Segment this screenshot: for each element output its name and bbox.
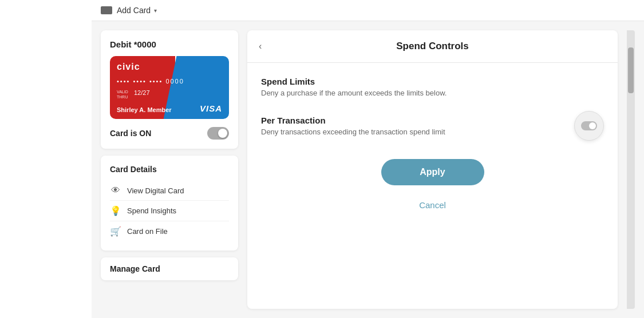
view-digital-card-label: View Digital Card: [127, 186, 184, 195]
card-logo: civic: [117, 62, 140, 72]
toggle-knob: [218, 129, 227, 138]
card-details-heading: Card Details: [110, 165, 229, 174]
scrollbar-thumb: [628, 47, 634, 93]
insights-icon: 💡: [110, 205, 121, 216]
card-expiry: 12/27: [134, 89, 150, 96]
cardholder-name: Shirley A. Member: [117, 106, 172, 113]
panel-body: Spend Limits Deny a purchase if the amou…: [247, 63, 618, 309]
per-transaction-toggle[interactable]: [574, 111, 604, 141]
chevron-down-icon: ▾: [154, 7, 157, 14]
cart-icon: 🛒: [110, 226, 121, 237]
card-icon: [101, 6, 112, 14]
back-button[interactable]: ‹: [259, 41, 262, 51]
scrollbar[interactable]: [627, 30, 635, 309]
panel-title: Spend Controls: [261, 41, 604, 52]
manage-card-section: Manage Card: [101, 257, 238, 280]
top-bar: Add Card ▾: [92, 0, 644, 21]
card-details-section: Card Details 👁 View Digital Card 💡 Spend…: [101, 156, 238, 251]
card-dots: •••• •••• •••• 0000: [117, 78, 184, 85]
per-transaction-info: Per Transaction Deny transactions exceed…: [261, 116, 445, 136]
card-on-file-label: Card on File: [127, 227, 168, 236]
card-network: VISA: [200, 104, 222, 113]
spend-controls-panel: ‹ Spend Controls Spend Limits Deny a pur…: [247, 30, 618, 309]
apply-button[interactable]: Apply: [381, 159, 484, 185]
left-spacer: [0, 0, 92, 318]
credit-card: civic •••• •••• •••• 0000 VALIDTHRU 12/2…: [110, 56, 229, 119]
cancel-button[interactable]: Cancel: [381, 194, 484, 216]
per-transaction-title: Per Transaction: [261, 116, 445, 125]
main-content: Add Card ▾ Debit *0000 civic •••• •••• •…: [92, 0, 644, 318]
per-transaction-desc: Deny transactions exceeding the transact…: [261, 128, 445, 136]
circle-toggle-knob: [589, 122, 596, 129]
card-on-file-item[interactable]: 🛒 Card on File: [110, 221, 229, 241]
add-card-button[interactable]: Add Card ▾: [117, 6, 157, 15]
content-row: Debit *0000 civic •••• •••• •••• 0000 VA…: [92, 21, 644, 318]
view-digital-card-item[interactable]: 👁 View Digital Card: [110, 181, 229, 201]
card-on-label: Card is ON: [110, 129, 151, 138]
panel-header: ‹ Spend Controls: [247, 30, 618, 63]
spend-limits-title: Spend Limits: [261, 77, 604, 86]
left-panel: Debit *0000 civic •••• •••• •••• 0000 VA…: [101, 30, 238, 309]
debit-label: Debit *0000: [110, 39, 229, 49]
spend-insights-label: Spend Insights: [127, 206, 176, 215]
per-transaction-row: Per Transaction Deny transactions exceed…: [261, 111, 604, 141]
spend-limits-desc: Deny a purchase if the amount exceeds th…: [261, 89, 604, 97]
card-status-row: Card is ON: [110, 127, 229, 140]
spend-insights-item[interactable]: 💡 Spend Insights: [110, 201, 229, 221]
card-on-toggle[interactable]: [207, 127, 229, 140]
eye-icon: 👁: [110, 185, 121, 196]
circle-toggle-inner: [581, 121, 597, 130]
add-card-label: Add Card: [117, 6, 151, 15]
manage-card-heading: Manage Card: [110, 264, 160, 273]
card-section: Debit *0000 civic •••• •••• •••• 0000 VA…: [101, 30, 238, 149]
card-valid-label: VALIDTHRU: [117, 89, 128, 100]
